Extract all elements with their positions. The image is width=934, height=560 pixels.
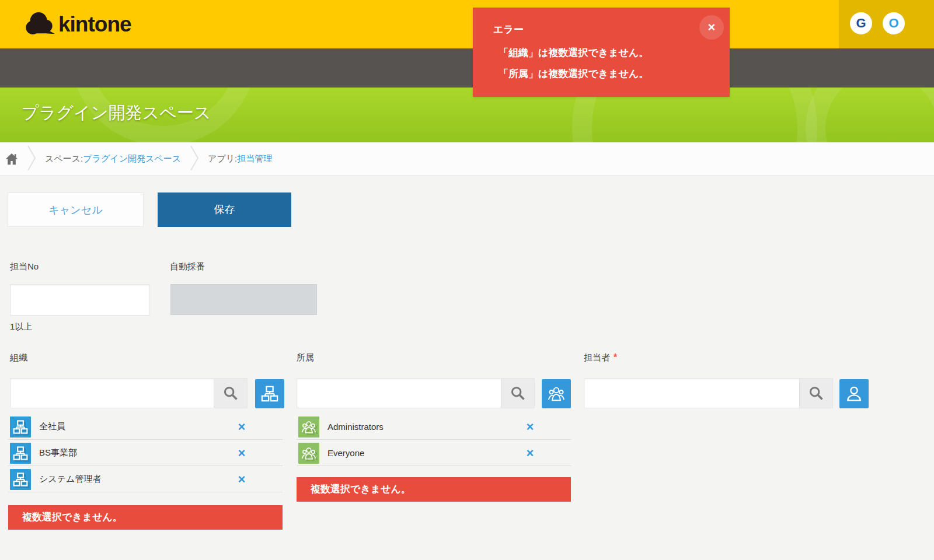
tanto-no-input[interactable] [10,284,150,316]
breadcrumb-space-label: スペース: [45,153,83,164]
tanto-no-label: 担当No [10,261,39,272]
error-toast-messages: 「組織」は複数選択できません。 「所属」は複数選択できません。 [499,43,649,85]
group-selected-item: Everyone × [297,440,571,466]
group-search-button[interactable] [501,379,534,408]
banner-decoration [806,88,934,142]
remove-item-icon[interactable]: × [523,446,537,460]
assignee-search-button[interactable] [799,379,832,408]
search-icon [222,385,239,401]
global-nav-bar: ★ [0,48,934,88]
org-selected-item: 全社員 × [8,414,283,440]
breadcrumb: スペース: プラグイン開発スペース アプリ: 担当管理 [0,142,934,176]
error-toast-title: エラー [493,23,524,36]
kintone-app: kintone G O ★ [0,0,934,560]
org-item-name: 全社員 [39,421,235,432]
kintone-logo[interactable]: kintone [22,8,131,41]
organization-icon [10,416,31,438]
remove-item-icon[interactable]: × [235,473,249,487]
assignee-search-combo [584,378,833,408]
breadcrumb-app-link[interactable]: 担当管理 [237,153,272,164]
app-header: kintone G O [0,0,934,48]
cloud-logo-icon [22,8,58,41]
error-message-group: 「所属」は複数選択できません。 [499,64,649,85]
group-item-name: Everyone [327,448,523,458]
space-title: プラグイン開発スペース [22,102,211,125]
group-search-input[interactable] [297,379,501,408]
auto-number-label: 自動採番 [170,261,205,272]
error-toast: エラー 「組織」は複数選択できません。 「所属」は複数選択できません。 × [473,8,730,97]
search-icon [808,385,824,401]
group-field-error: 複数選択できません。 [297,477,571,502]
org-tree-picker-button[interactable] [255,379,284,408]
office-badge[interactable]: O [883,12,905,34]
breadcrumb-space-link[interactable]: プラグイン開発スペース [83,153,181,164]
chevron-right-icon [189,144,200,174]
org-chart-icon [261,385,278,402]
logo-wordmark: kintone [58,8,131,41]
save-button[interactable]: 保存 [158,192,291,227]
toast-close-button[interactable]: × [699,15,724,40]
org-selected-item: システム管理者 × [8,467,283,492]
organization-icon [10,469,31,490]
org-search-combo [10,378,248,408]
org-item-name: システム管理者 [39,474,235,485]
org-field-error: 複数選択できません。 [8,505,283,530]
user-picker-button[interactable] [839,379,869,408]
remove-item-icon[interactable]: × [235,446,249,460]
garoon-badge[interactable]: G [850,12,872,34]
close-icon: × [708,20,716,35]
remove-item-icon[interactable]: × [235,420,249,434]
person-icon [845,385,863,402]
org-field-label: 組織 [10,352,27,363]
group-field-label: 所属 [297,352,314,363]
breadcrumb-home-icon[interactable] [5,153,18,165]
remove-item-icon[interactable]: × [523,420,537,434]
org-item-name: BS事業部 [39,447,235,459]
org-search-button[interactable] [214,379,247,408]
org-selected-item: BS事業部 × [8,440,283,466]
cancel-button[interactable]: キャンセル [8,192,144,227]
chevron-right-icon [26,144,37,174]
group-item-name: Administrators [327,422,523,432]
group-people-icon [547,385,566,402]
group-icon [298,416,319,438]
group-search-combo [297,378,535,408]
org-search-input[interactable] [11,379,214,408]
space-banner: プラグイン開発スペース [0,88,934,142]
required-asterisk: * [614,352,617,362]
group-selected-item: Administrators × [297,414,571,440]
tanto-no-hint: 1以上 [10,321,32,332]
group-picker-button[interactable] [542,379,571,408]
breadcrumb-app-label: アプリ: [208,153,237,164]
group-icon [298,443,319,464]
auto-number-readonly-field [170,284,317,315]
assignee-field-label: 担当者* [584,352,617,363]
search-icon [510,385,526,401]
organization-icon [10,443,31,464]
assignee-search-input[interactable] [584,379,799,408]
error-message-org: 「組織」は複数選択できません。 [499,43,649,64]
